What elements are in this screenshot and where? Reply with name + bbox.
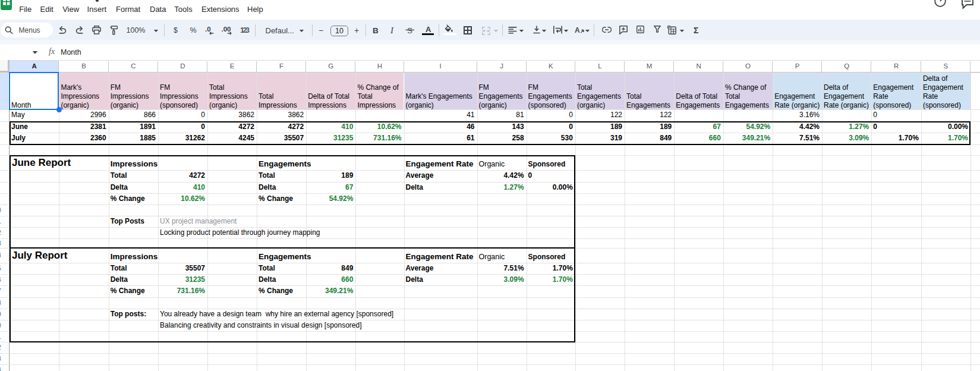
svg-text:123: 123 — [240, 27, 250, 33]
svg-text:A: A — [575, 26, 580, 34]
